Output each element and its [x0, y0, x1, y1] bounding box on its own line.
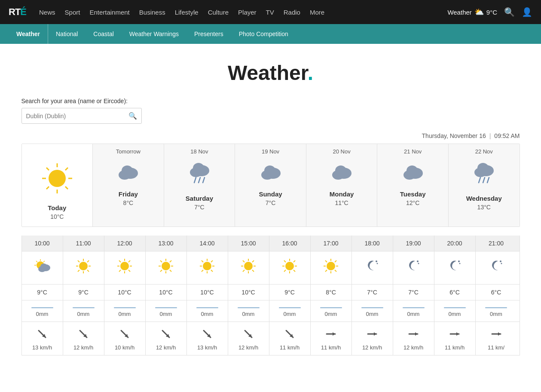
svg-line-85 [243, 260, 245, 262]
wind-speed-value: 10 km/h [107, 344, 143, 351]
wind-direction-icon [284, 328, 296, 343]
forecast-saturday[interactable]: 18 Nov Saturday 7°C [164, 144, 235, 227]
subnav-photo-competition[interactable]: Photo Competition [231, 24, 296, 44]
subnav-warnings[interactable]: Weather Warnings [122, 24, 186, 44]
weather-icon [24, 257, 61, 276]
subnav-coastal[interactable]: Coastal [86, 24, 121, 44]
wind-speed-value: 11 km/h [272, 344, 308, 351]
nav-tv[interactable]: TV [266, 9, 274, 16]
hourly-precip-cell: 0mm [476, 300, 517, 322]
svg-point-89 [285, 262, 294, 270]
current-date: Thursday, November 16 [422, 132, 486, 139]
search-icon[interactable]: 🔍 [504, 7, 515, 17]
sunday-date: 19 Nov [237, 148, 304, 157]
subnav-weather[interactable]: Weather [9, 24, 48, 44]
hourly-temp-cell: 6°C [476, 285, 517, 300]
precip-value: 0mm [230, 311, 267, 317]
search-submit-button[interactable]: 🔍 [128, 112, 137, 120]
nav-sport[interactable]: Sport [65, 9, 80, 16]
wednesday-temp: 13°C [451, 204, 517, 211]
svg-point-107 [376, 260, 377, 262]
precip-line [73, 307, 95, 308]
wind-speed-value: 11 km/h [313, 344, 349, 351]
subnav-national[interactable]: National [48, 24, 86, 44]
user-icon[interactable]: 👤 [522, 7, 532, 17]
precip-line [444, 307, 466, 308]
nav-news[interactable]: News [39, 9, 55, 16]
hour-label: 20:00 [434, 236, 476, 251]
nav-player[interactable]: Player [238, 9, 257, 16]
monday-date: 20 Nov [309, 148, 375, 157]
forecast-container: Today 10°C Tomorrow Friday 8°C 18 Nov [21, 144, 520, 227]
hourly-temp-cell: 6°C [434, 285, 476, 300]
svg-point-62 [162, 262, 170, 270]
forecast-wednesday[interactable]: 22 Nov Wednesday 13°C [449, 144, 520, 227]
svg-line-5 [46, 168, 49, 170]
hourly-forecast-container: 10:0011:0012:0013:0014:0015:0016:0017:00… [21, 236, 520, 355]
hourly-wind-cell: 11 km/ [476, 322, 517, 355]
wind-speed-value: 13 km/h [24, 344, 61, 351]
forecast-monday[interactable]: 20 Nov Monday 11°C [306, 144, 378, 227]
svg-point-53 [120, 262, 129, 270]
hourly-wind-cell: 12 km/h [352, 322, 393, 355]
svg-line-52 [78, 270, 79, 272]
svg-point-113 [500, 260, 501, 262]
forecast-tuesday[interactable]: 21 Nov Tuesday 12°C [377, 144, 449, 227]
svg-line-15 [194, 178, 196, 183]
svg-line-79 [202, 270, 203, 272]
wind-speed-value: 12 km/h [65, 344, 102, 351]
nav-radio[interactable]: Radio [284, 9, 300, 16]
hourly-wind-row: 13 km/h12 km/h10 km/h12 km/h13 km/h12 km… [22, 322, 520, 355]
svg-line-58 [119, 260, 121, 262]
site-logo[interactable]: RTÉ [9, 6, 26, 18]
forecast-tomorrow[interactable]: Tomorrow Friday 8°C [93, 144, 164, 227]
weather-widget[interactable]: Weather ⛅ 9°C [447, 7, 497, 17]
temp-value: 7°C [408, 289, 419, 296]
hourly-precip-cell: 0mm [352, 300, 393, 322]
svg-line-95 [293, 270, 295, 272]
wednesday-name: Wednesday [451, 195, 517, 202]
hourly-temp-cell: 10°C [228, 285, 269, 300]
nav-lifestyle[interactable]: Lifestyle [175, 9, 199, 16]
svg-line-49 [78, 260, 79, 262]
precip-line [238, 307, 260, 308]
wind-speed-value: 12 km/h [354, 344, 391, 351]
precip-value: 0mm [24, 311, 61, 317]
today-icon [24, 161, 91, 200]
weather-icon [354, 257, 391, 276]
precip-value: 0mm [272, 311, 308, 317]
nav-culture[interactable]: Culture [208, 9, 229, 16]
nav-more[interactable]: More [310, 9, 324, 16]
weather-icon [189, 257, 226, 278]
svg-marker-136 [456, 332, 459, 336]
nav-entertainment[interactable]: Entertainment [89, 9, 129, 16]
forecast-today[interactable]: Today 10°C [22, 144, 93, 227]
svg-point-108 [377, 263, 378, 264]
weather-icon [107, 257, 143, 278]
temp-value: 6°C [491, 289, 501, 296]
sunday-temp: 7°C [237, 199, 304, 206]
wind-speed-value: 12 km/h [230, 344, 267, 351]
weather-label: Weather [447, 9, 471, 16]
monday-temp: 11°C [309, 199, 375, 206]
forecast-sunday[interactable]: 19 Nov Sunday 7°C [235, 144, 306, 227]
hourly-icon-cell [393, 251, 434, 284]
hourly-icon-cell [352, 251, 393, 284]
svg-line-88 [243, 270, 245, 272]
saturday-icon [166, 161, 233, 190]
svg-line-67 [160, 260, 162, 262]
hour-label: 11:00 [63, 236, 104, 251]
svg-line-16 [199, 178, 200, 183]
temp-value: 8°C [326, 289, 336, 296]
hourly-wind-cell: 13 km/h [22, 322, 63, 355]
search-input[interactable] [26, 113, 128, 119]
hourly-icon-cell [269, 251, 311, 284]
hourly-temp-cell: 9°C [63, 285, 104, 300]
forecast-grid: Today 10°C Tomorrow Friday 8°C 18 Nov [22, 144, 520, 227]
svg-line-6 [65, 187, 68, 189]
precip-value: 0mm [313, 311, 349, 317]
subnav-presenters[interactable]: Presenters [186, 24, 231, 44]
nav-business[interactable]: Business [139, 9, 165, 16]
temp-value: 10°C [118, 289, 131, 296]
svg-line-97 [284, 270, 286, 272]
